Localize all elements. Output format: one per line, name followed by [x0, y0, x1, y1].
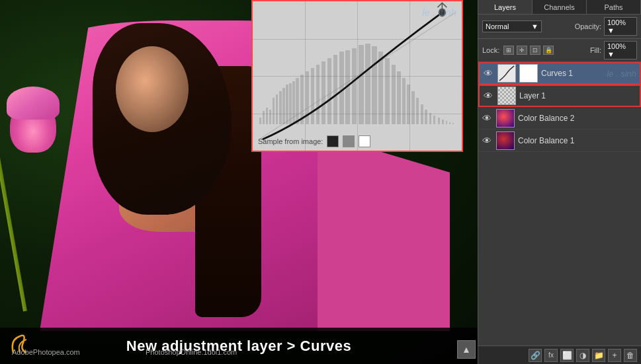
- fill-row: Fill: 100% ▼: [590, 41, 637, 59]
- fill-arrow: ▼: [607, 50, 615, 58]
- opacity-row: Opacity: 100% ▼: [575, 17, 637, 36]
- delete-layer-btn[interactable]: 🗑: [624, 349, 637, 362]
- link-layers-btn[interactable]: 🔗: [529, 349, 542, 362]
- new-layer-btn[interactable]: +: [608, 349, 621, 362]
- opacity-arrow: ▼: [607, 26, 615, 34]
- photoshop-online-link: PhotoshopOnline.1doi1.com: [146, 348, 237, 356]
- svg-line-43: [259, 13, 455, 139]
- layer-thumb-layer1: [497, 87, 516, 105]
- woman-face: [116, 46, 189, 132]
- fill-value[interactable]: 100% ▼: [604, 41, 637, 59]
- layer-toolbar: 🔗 fx ⬜ ◑ 📁 + 🗑: [478, 346, 641, 364]
- tab-paths[interactable]: Paths: [587, 0, 641, 14]
- adobe-photopea-link: AdobePhotopea.com: [12, 348, 80, 356]
- sample-label: Sample from image:: [258, 137, 323, 145]
- lock-icons: ⊞ ✛ ⊡ 🔒: [503, 46, 554, 55]
- layer-name-colorbalance2: Color Balance 2: [518, 114, 638, 123]
- fill-label: Fill:: [590, 46, 601, 54]
- layer-name-layer1: Layer 1: [519, 91, 637, 100]
- lock-all-icon[interactable]: 🔒: [543, 46, 554, 55]
- lock-row: Lock: ⊞ ✛ ⊡ 🔒 Fill: 100% ▼: [478, 39, 641, 62]
- tab-channels[interactable]: Channels: [533, 0, 587, 14]
- blend-mode-select[interactable]: Normal ▼: [482, 20, 542, 32]
- tab-layers[interactable]: Layers: [478, 0, 533, 14]
- eye-icon-colorbalance2[interactable]: 👁: [481, 112, 493, 124]
- scroll-up-icon: ▲: [462, 344, 471, 355]
- sample-row: Sample from image:: [258, 135, 370, 147]
- folder-btn[interactable]: 📁: [592, 349, 605, 362]
- opacity-value[interactable]: 100% ▼: [604, 17, 637, 36]
- curve-svg[interactable]: [253, 1, 462, 151]
- scroll-up-button[interactable]: ▲: [457, 340, 476, 359]
- layer-thumb-colorbalance2: [496, 109, 515, 127]
- sample-mid[interactable]: [343, 135, 355, 147]
- layer-row-colorbalance1[interactable]: 👁 Color Balance 1: [478, 129, 641, 152]
- curves-panel-inner: le . sinh Sample from image:: [253, 1, 462, 151]
- curves-panel: le . sinh Sample from image:: [251, 0, 463, 152]
- footer-center-text: PhotoshopOnline.1doi1.com: [146, 346, 237, 357]
- blend-mode-row: Normal ▼ Opacity: 100% ▼: [478, 15, 641, 39]
- layer-name-colorbalance1: Color Balance 1: [518, 136, 638, 145]
- right-panel: Layers Channels Paths Normal ▼ Opacity: …: [478, 0, 641, 364]
- layer-row-colorbalance2[interactable]: 👁 Color Balance 2: [478, 107, 641, 129]
- lock-label: Lock:: [482, 46, 499, 54]
- lock-artboard-icon[interactable]: ⊡: [530, 46, 540, 55]
- layer-thumb-colorbalance1: [496, 131, 515, 150]
- lock-pixel-icon[interactable]: ⊞: [503, 46, 514, 55]
- sample-light[interactable]: [359, 135, 370, 147]
- tabs-row: Layers Channels Paths: [478, 0, 641, 15]
- layer-mask-curves1: [519, 64, 538, 83]
- lock-move-icon[interactable]: ✛: [517, 46, 527, 55]
- watermark-curves1: le . sinh: [607, 69, 636, 79]
- curves-watermark: le . sinh: [422, 7, 456, 18]
- sample-dark[interactable]: [327, 135, 339, 147]
- layer-row-layer1[interactable]: 👁 Layer 1: [478, 85, 641, 107]
- blend-mode-value: Normal: [486, 22, 509, 30]
- fx-btn[interactable]: fx: [544, 349, 558, 362]
- layer-thumb-curves1: [497, 64, 516, 83]
- footer-left-text: AdobePhotopea.com: [12, 346, 80, 357]
- mask-btn[interactable]: ⬜: [560, 349, 574, 362]
- adjustment-btn[interactable]: ◑: [576, 349, 589, 362]
- opacity-label: Opacity:: [575, 22, 601, 30]
- eye-icon-layer1[interactable]: 👁: [482, 90, 494, 102]
- layer-row-curves1[interactable]: 👁 Curves 1 le . sinh: [478, 62, 641, 85]
- flower-petals: [7, 87, 60, 120]
- eye-icon-colorbalance1[interactable]: 👁: [481, 135, 493, 147]
- blend-mode-arrow: ▼: [531, 22, 538, 30]
- eye-icon-curves1[interactable]: 👁: [482, 67, 494, 79]
